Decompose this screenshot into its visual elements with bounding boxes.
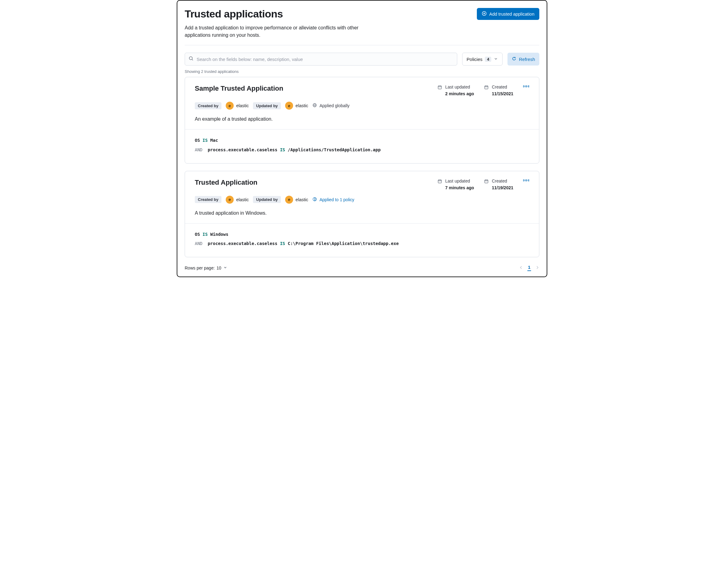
last-updated-meta: Last updated 7 minutes ago (437, 178, 474, 190)
created-value: 11/15/2021 (492, 91, 513, 96)
svg-rect-19 (438, 180, 441, 183)
card-conditions: OS IS MacAND process.executable.caseless… (185, 129, 539, 163)
last-updated-label: Last updated (445, 178, 474, 184)
avatar: e (226, 196, 234, 204)
created-meta: Created 11/15/2021 (484, 85, 513, 96)
page-subtitle: Add a trusted application to improve per… (185, 24, 381, 39)
avatar: e (285, 102, 293, 110)
svg-rect-27 (523, 180, 524, 181)
svg-rect-28 (526, 180, 527, 181)
scope-text: Applied globally (319, 103, 349, 108)
username: elastic (296, 197, 308, 202)
svg-rect-29 (528, 180, 529, 181)
refresh-icon (512, 56, 516, 62)
plus-circle-icon (482, 11, 487, 17)
card-more-actions-button[interactable] (523, 178, 529, 181)
applied-scope: Applied globally (312, 103, 349, 108)
last-updated-label: Last updated (445, 85, 474, 89)
search-field[interactable] (185, 53, 457, 65)
created-by-label: Created by (195, 102, 221, 109)
rows-per-page-label: Rows per page: (185, 266, 215, 270)
last-updated-meta: Last updated 2 minutes ago (437, 85, 474, 96)
created-value: 11/19/2021 (492, 185, 513, 190)
page-title: Trusted applications (185, 8, 283, 20)
card-title: Trusted Application (195, 178, 258, 187)
chevron-down-icon (223, 266, 227, 270)
calendar-icon (437, 85, 442, 91)
scope-text: Applied to 1 policy (319, 197, 354, 202)
created-by-user: e elastic (226, 196, 249, 204)
svg-rect-14 (526, 86, 527, 87)
calendar-icon (437, 178, 442, 185)
username: elastic (236, 197, 249, 202)
created-label: Created (492, 178, 513, 184)
updated-by-label: Updated by (253, 102, 281, 109)
avatar: e (285, 196, 293, 204)
refresh-button[interactable]: Refresh (508, 53, 539, 65)
updated-by-user: e elastic (285, 196, 308, 204)
svg-rect-23 (485, 180, 488, 183)
policies-filter-button[interactable]: Policies 4 (462, 53, 503, 65)
card-description: An example of a trusted application. (195, 117, 529, 122)
svg-rect-5 (438, 86, 441, 89)
partial-globe-icon (312, 197, 317, 203)
rows-per-page-value: 10 (216, 266, 221, 270)
policies-count-badge: 4 (485, 57, 491, 62)
card-description: A trusted application in Windows. (195, 210, 529, 216)
created-label: Created (492, 85, 513, 89)
last-updated-value: 7 minutes ago (445, 185, 474, 190)
card-conditions: OS IS WindowsAND process.executable.case… (185, 223, 539, 257)
avatar: e (226, 102, 234, 110)
svg-rect-15 (528, 86, 529, 87)
updated-by-user: e elastic (285, 102, 308, 110)
refresh-label: Refresh (519, 57, 535, 62)
rows-per-page-selector[interactable]: Rows per page: 10 (185, 266, 227, 270)
trusted-app-card: Trusted Application Last updated 7 minut… (185, 171, 539, 257)
add-button-label: Add trusted application (489, 12, 534, 17)
calendar-icon (484, 85, 489, 91)
svg-point-3 (189, 57, 192, 60)
search-icon (189, 56, 194, 62)
policies-label: Policies (467, 57, 483, 62)
svg-line-4 (192, 59, 193, 60)
created-meta: Created 11/19/2021 (484, 178, 513, 190)
last-updated-value: 2 minutes ago (445, 91, 474, 96)
username: elastic (296, 103, 308, 108)
divider (185, 45, 539, 45)
trusted-app-card: Sample Trusted Application Last updated … (185, 77, 539, 164)
calendar-icon (484, 178, 489, 185)
search-input[interactable] (194, 57, 453, 62)
chevron-down-icon (494, 57, 498, 62)
applied-scope-link[interactable]: Applied to 1 policy (312, 197, 354, 203)
pager-prev-button[interactable] (519, 265, 523, 271)
updated-by-label: Updated by (253, 196, 281, 203)
card-more-actions-button[interactable] (523, 85, 529, 87)
add-trusted-application-button[interactable]: Add trusted application (477, 8, 539, 20)
card-title: Sample Trusted Application (195, 85, 283, 92)
globe-icon (312, 103, 317, 108)
username: elastic (236, 103, 249, 108)
pager-page-1[interactable]: 1 (527, 265, 531, 271)
created-by-user: e elastic (226, 102, 249, 110)
svg-rect-9 (485, 86, 488, 89)
svg-rect-13 (523, 86, 524, 87)
created-by-label: Created by (195, 196, 221, 203)
pager-next-button[interactable] (535, 265, 539, 271)
result-count: Showing 2 trusted applications (185, 69, 539, 74)
